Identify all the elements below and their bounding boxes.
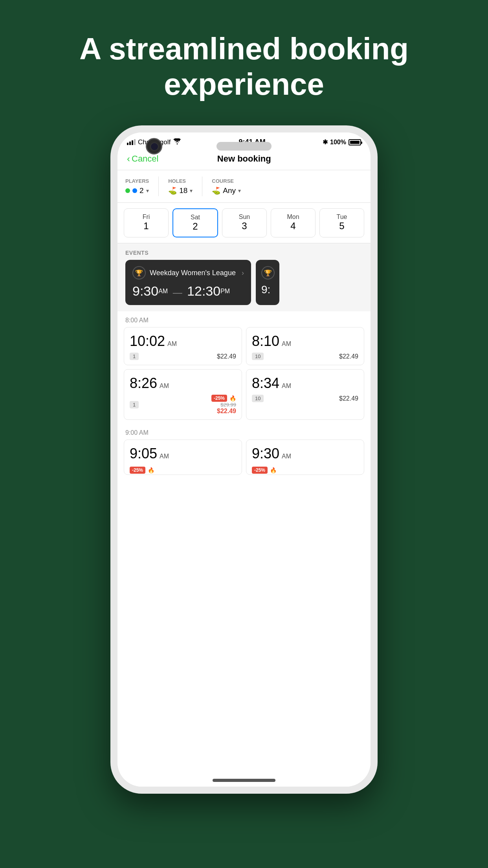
holes-filter[interactable]: HOLES ⛳ 18 ▾ bbox=[168, 178, 193, 195]
chevron-left-icon: ‹ bbox=[127, 153, 130, 164]
holes-label: HOLES bbox=[168, 178, 193, 184]
tee-section-header-1: 8:00 AM bbox=[117, 311, 371, 327]
tee-time-834: 8:34 bbox=[252, 375, 279, 392]
players-label: PLAYERS bbox=[125, 178, 149, 184]
date-day-3: Mon bbox=[287, 213, 299, 221]
page-title: New booking bbox=[217, 154, 271, 164]
event-card-partial[interactable]: 🏆 9: bbox=[256, 260, 279, 305]
tee-slot-834: 10 bbox=[252, 395, 264, 402]
date-sat-2[interactable]: Sat 2 bbox=[172, 208, 218, 237]
phone-mockup: Chronogolf 9:41 AM ✱ 100% ‹ bbox=[110, 125, 378, 794]
bluetooth-icon: ✱ bbox=[323, 138, 328, 146]
tee-ampm-826: AM bbox=[160, 383, 169, 390]
tee-card-810[interactable]: 8:10 AM 10 $22.49 bbox=[246, 327, 364, 365]
players-chevron-icon: ▾ bbox=[146, 188, 149, 194]
sale-price-826: $22.49 bbox=[211, 408, 236, 415]
date-day-2: Sun bbox=[239, 213, 250, 221]
event-arrow-icon: › bbox=[242, 269, 244, 277]
course-filter[interactable]: COURSE ⛳ Any ▾ bbox=[212, 178, 241, 195]
tee-ampm-930: AM bbox=[282, 453, 291, 460]
course-value: Any bbox=[223, 186, 236, 195]
event-start-ampm: AM bbox=[158, 288, 168, 294]
tee-ampm-834: AM bbox=[282, 383, 291, 390]
phone-speaker bbox=[216, 142, 272, 151]
tee-card-826[interactable]: 8:26 AM 1 -25% 🔥 $29.99 bbox=[124, 369, 242, 420]
date-mon-4[interactable]: Mon 4 bbox=[271, 208, 316, 237]
tee-ampm-905: AM bbox=[160, 453, 169, 460]
tee-card-930-partial[interactable]: 9:30 AM -25% 🔥 bbox=[246, 440, 364, 475]
holes-chevron-icon: ▾ bbox=[190, 188, 193, 194]
tee-card-834[interactable]: 8:34 AM 10 $22.49 bbox=[246, 369, 364, 420]
tee-price-834: $22.49 bbox=[339, 395, 358, 402]
event-end-time: 12:30 bbox=[187, 283, 220, 298]
signal-icon bbox=[127, 139, 136, 145]
date-picker: Fri 1 Sat 2 Sun 3 Mon 4 Tue 5 bbox=[117, 203, 371, 243]
players-value: 2 bbox=[139, 186, 144, 195]
hero-text: A streamlined booking experience bbox=[32, 0, 456, 125]
course-chevron-icon: ▾ bbox=[238, 188, 241, 194]
discount-badge-826: -25% bbox=[211, 395, 227, 402]
scroll-content: EVENTS 🏆 Weekday Women's League › 9:30A bbox=[117, 243, 371, 787]
cancel-label: Cancel bbox=[132, 154, 158, 164]
discount-badge-930: -25% bbox=[252, 467, 268, 474]
events-section-header: EVENTS bbox=[117, 243, 371, 260]
player-dot-green bbox=[125, 188, 130, 193]
tee-time-810: 8:10 bbox=[252, 333, 279, 349]
date-num-3: 4 bbox=[290, 221, 295, 232]
wifi-icon bbox=[173, 138, 182, 146]
tee-price-1002: $22.49 bbox=[217, 353, 236, 360]
tee-ampm-810: AM bbox=[282, 340, 291, 348]
golf-pin-icon-2: ⛳ bbox=[212, 186, 220, 195]
tee-ampm-1002: AM bbox=[167, 340, 177, 348]
tee-section-header-2: 9:00 AM bbox=[117, 424, 371, 440]
battery-icon bbox=[349, 139, 361, 145]
date-day-0: Fri bbox=[143, 213, 150, 221]
tee-time-905: 9:05 bbox=[130, 445, 157, 462]
tee-slot-1: 1 bbox=[130, 353, 139, 360]
fire-icon-905: 🔥 bbox=[148, 467, 154, 473]
filter-separator-1 bbox=[158, 177, 159, 196]
tee-slot-10: 10 bbox=[252, 353, 264, 360]
tee-grid-2: 9:05 AM -25% 🔥 9:30 AM bbox=[117, 440, 371, 479]
tee-card-1002[interactable]: 10:02 AM 1 $22.49 bbox=[124, 327, 242, 365]
date-num-0: 1 bbox=[143, 221, 149, 232]
players-filter[interactable]: PLAYERS 2 ▾ bbox=[125, 178, 149, 195]
date-num-2: 3 bbox=[242, 221, 247, 232]
tee-times-8am: 8:00 AM 10:02 AM 1 $22.49 bbox=[117, 311, 371, 787]
event-partial-time: 9: bbox=[261, 283, 274, 296]
original-price-826: $29.99 bbox=[211, 402, 236, 408]
date-day-1: Sat bbox=[191, 214, 200, 221]
phone-home-bar bbox=[213, 779, 275, 782]
trophy-icon: 🏆 bbox=[132, 266, 146, 280]
date-tue-5[interactable]: Tue 5 bbox=[319, 208, 364, 237]
fire-icon-826: 🔥 bbox=[229, 395, 236, 401]
filters-bar: PLAYERS 2 ▾ HOLES ⛳ 18 ▾ bbox=[117, 170, 371, 203]
date-num-1: 2 bbox=[193, 221, 198, 232]
date-sun-3[interactable]: Sun 3 bbox=[222, 208, 267, 237]
fire-icon-930: 🔥 bbox=[270, 467, 277, 473]
tee-grid-1: 10:02 AM 1 $22.49 8:10 AM bbox=[117, 327, 371, 424]
battery-pct: 100% bbox=[330, 139, 346, 146]
event-card-1[interactable]: 🏆 Weekday Women's League › 9:30AM — 12:3… bbox=[125, 260, 251, 305]
date-fri-1[interactable]: Fri 1 bbox=[124, 208, 169, 237]
holes-value: 18 bbox=[179, 186, 187, 195]
event-dash: — bbox=[173, 287, 182, 298]
filter-separator-2 bbox=[202, 177, 202, 196]
trophy-icon-2: 🏆 bbox=[261, 266, 275, 280]
date-day-4: Tue bbox=[337, 213, 347, 221]
tee-card-905-partial[interactable]: 9:05 AM -25% 🔥 bbox=[124, 440, 242, 475]
player-dot-blue bbox=[132, 188, 137, 193]
golf-pin-icon-1: ⛳ bbox=[168, 186, 177, 195]
date-num-4: 5 bbox=[339, 221, 344, 232]
discount-badge-905: -25% bbox=[130, 467, 145, 474]
course-label: COURSE bbox=[212, 178, 241, 184]
tee-time-1002: 10:02 bbox=[130, 333, 165, 349]
tee-price-810: $22.49 bbox=[339, 353, 358, 360]
event-end-ampm: PM bbox=[220, 288, 230, 294]
event-name-1: Weekday Women's League bbox=[150, 269, 236, 277]
tee-time-826: 8:26 bbox=[130, 375, 157, 392]
tee-slot-826: 1 bbox=[130, 401, 139, 408]
events-list: 🏆 Weekday Women's League › 9:30AM — 12:3… bbox=[117, 260, 371, 311]
event-start-time: 9:30 bbox=[132, 283, 158, 298]
cancel-button[interactable]: ‹ Cancel bbox=[127, 153, 158, 164]
